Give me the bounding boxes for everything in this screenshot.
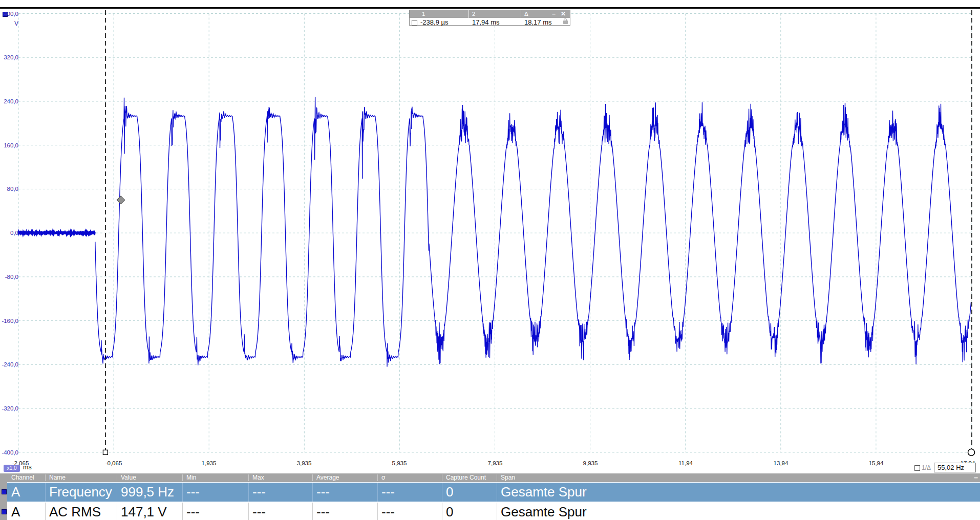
y-tick-label: 80,0 — [0, 186, 18, 192]
cursor-box-divider — [468, 10, 469, 25]
table-row-frequency[interactable]: A Frequency 999,5 Hz --- --- --- --- 0 G… — [7, 483, 980, 502]
cell-sigma: --- — [381, 484, 395, 500]
cell-channel: A — [11, 484, 20, 500]
inverse-delta-value-field: 55,02 Hz — [934, 463, 976, 472]
cell-min: --- — [186, 484, 200, 500]
delta-column-label: Δ — [524, 11, 528, 17]
y-tick-label: -160,0 — [0, 318, 18, 324]
cursor-link-checkbox[interactable] — [412, 20, 417, 26]
trace-ruler-handle[interactable] — [117, 196, 125, 204]
y-tick-label: 0,0 — [0, 230, 18, 236]
cursor-delta-value: 18,17 ms — [524, 18, 551, 26]
col-header-max: Max — [252, 474, 264, 481]
col-header-sigma: σ — [381, 474, 385, 481]
y-tick-label: 400,0 — [0, 11, 18, 17]
cell-max: --- — [252, 484, 266, 500]
col-header-name: Name — [49, 474, 66, 481]
row-marker-gutter — [0, 473, 7, 520]
cell-name: AC RMS — [49, 504, 101, 520]
y-tick-label: -400,0 — [0, 449, 18, 456]
timebase-scale-badge[interactable]: x1,0 — [4, 465, 20, 472]
cell-name: Frequency — [49, 484, 112, 500]
y-tick-label: -240,0 — [0, 361, 18, 367]
cursor2-column-label: 2 — [472, 11, 475, 17]
table-row-acrms[interactable]: A AC RMS 147,1 V --- --- --- --- 0 Gesam… — [7, 503, 980, 520]
x-tick-label: -0,065 — [93, 460, 134, 466]
x-tick-label: 7,935 — [475, 460, 516, 466]
cursor-box-header: 1 2 Δ – ✕ — [410, 10, 570, 18]
col-header-span: Span — [501, 474, 515, 481]
cell-channel: A — [11, 504, 20, 520]
cell-value: 147,1 V — [121, 504, 167, 520]
x-tick-label: 15,94 — [856, 460, 897, 466]
row-marker-frequency[interactable] — [2, 489, 7, 494]
cell-span: Gesamte Spur — [501, 504, 587, 520]
y-tick-label: -320,0 — [0, 405, 18, 411]
cursor-box-divider — [521, 10, 521, 25]
cursor2-handle[interactable] — [968, 449, 975, 456]
x-axis-unit: ms — [23, 464, 32, 471]
cell-average: --- — [316, 504, 330, 520]
table-header: Channel Name Value Min Max Average σ Cap… — [7, 473, 980, 482]
x-tick-label: 5,935 — [379, 460, 420, 466]
y-tick-label: 160,0 — [0, 142, 18, 148]
cursor2-value: 17,94 ms — [472, 18, 499, 26]
lock-icon[interactable] — [563, 20, 568, 24]
cell-capture-count: 0 — [446, 484, 453, 500]
cell-max: --- — [252, 504, 266, 520]
measurements-table: Channel Name Value Min Max Average σ Cap… — [0, 473, 980, 520]
cursor1-column-label: 1 — [422, 11, 425, 17]
y-tick-label: -80,0 — [0, 274, 18, 280]
close-icon[interactable]: ✕ — [561, 10, 566, 18]
cursor-readout-box[interactable]: 1 2 Δ – ✕ -238,9 µs 17,94 ms 18,17 ms — [409, 10, 570, 26]
cell-value: 999,5 Hz — [121, 484, 174, 500]
x-tick-label: 3,935 — [284, 460, 325, 466]
inverse-delta-label: 1/Δ — [922, 464, 931, 471]
cell-span: Gesamte Spur — [501, 484, 587, 500]
cursor1-value: -238,9 µs — [420, 18, 448, 26]
y-axis-unit: V — [0, 20, 18, 27]
x-tick-label: 1,935 — [188, 460, 229, 466]
minimize-button[interactable]: – — [552, 10, 556, 18]
x-tick-label: 11,94 — [665, 460, 706, 466]
col-header-channel: Channel — [11, 474, 34, 481]
inverse-delta-checkbox[interactable] — [914, 465, 920, 471]
cell-min: --- — [186, 504, 200, 520]
x-tick-label: 13,94 — [760, 460, 801, 466]
col-header-average: Average — [316, 474, 339, 481]
y-tick-label: 240,0 — [0, 98, 18, 104]
cell-capture-count: 0 — [446, 504, 453, 520]
col-header-value: Value — [121, 474, 136, 481]
table-collapse-button[interactable]: – — [974, 473, 978, 482]
cell-sigma: --- — [381, 504, 395, 520]
waveform-plot[interactable] — [0, 0, 980, 461]
cursor1-handle[interactable] — [103, 450, 108, 454]
col-header-min: Min — [186, 474, 196, 481]
x-tick-label: 9,935 — [570, 460, 611, 466]
col-header-capture-count: Capture Count — [446, 474, 486, 481]
cell-average: --- — [316, 484, 330, 500]
y-tick-label: 320,0 — [0, 54, 18, 60]
row-marker-acrms[interactable] — [2, 509, 7, 514]
oscilloscope-window: V 400,0 320,0 240,0 160,0 80,0 0,0 -80,0… — [0, 0, 980, 520]
